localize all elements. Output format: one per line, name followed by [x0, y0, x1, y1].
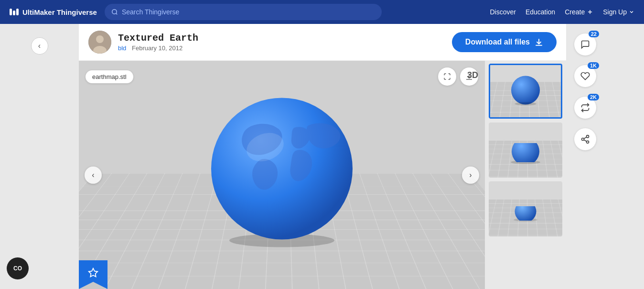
plus-icon — [587, 9, 593, 15]
svg-point-15 — [515, 102, 537, 105]
download-icon — [535, 38, 543, 46]
search-bar[interactable] — [105, 4, 382, 20]
viewer-3d-label: 3D — [467, 70, 478, 80]
svg-line-25 — [584, 140, 587, 141]
viewer-overlay-top: earthmap.stl — [86, 67, 478, 86]
svg-point-0 — [112, 10, 117, 14]
logo-icon — [10, 9, 19, 15]
nav-create-label: Create — [565, 8, 585, 16]
nav-signup[interactable]: Sign Up — [603, 8, 634, 16]
left-nav: ‹ — [0, 24, 79, 289]
fullscreen-icon — [443, 73, 451, 80]
chevron-down-icon — [629, 9, 634, 15]
like-action: 1K — [574, 65, 596, 87]
svg-point-14 — [511, 76, 540, 104]
nav-links: Discover Education Create Sign Up — [490, 8, 634, 16]
center-content: Textured Earth bld February 10, 2012 Dow… — [79, 24, 566, 289]
bookmark-tab[interactable] — [79, 260, 107, 289]
nav-education[interactable]: Education — [526, 8, 555, 16]
like-badge: 1K — [588, 62, 599, 69]
svg-point-21 — [515, 200, 537, 222]
download-all-button[interactable]: Download all files — [452, 32, 557, 52]
logo[interactable]: UltiMaker Thingiverse — [10, 8, 97, 16]
comment-action: 22 — [574, 33, 596, 56]
item-meta: bld February 10, 2012 — [118, 44, 445, 52]
viewer-row: earthmap.stl — [79, 61, 566, 289]
svg-line-26 — [584, 137, 587, 138]
thumbnail-sidebar — [485, 61, 566, 289]
thumbnail-2[interactable] — [489, 122, 562, 178]
remix-action: 2K — [574, 97, 596, 119]
navbar: UltiMaker Thingiverse Discover Education… — [0, 0, 644, 24]
svg-point-22 — [587, 135, 589, 138]
remix-icon — [580, 103, 590, 112]
item-author[interactable]: bld — [118, 44, 126, 52]
item-header: Textured Earth bld February 10, 2012 Dow… — [79, 24, 566, 61]
prev-arrow[interactable]: ‹ — [85, 167, 102, 184]
main-container: ‹ Textured Earth bld February 10, 2012 — [0, 24, 644, 289]
item-date: February 10, 2012 — [132, 44, 182, 52]
user-avatar[interactable]: CO — [7, 257, 29, 279]
nav-signup-label: Sign Up — [603, 8, 627, 16]
svg-point-10 — [211, 98, 353, 239]
share-action — [574, 128, 596, 150]
nav-discover[interactable]: Discover — [490, 8, 515, 16]
next-arrow[interactable]: › — [462, 167, 479, 184]
download-btn-label: Download all files — [465, 38, 530, 46]
share-button[interactable] — [574, 128, 596, 150]
thumbnail-3[interactable] — [489, 181, 562, 236]
comment-icon — [580, 40, 590, 49]
comment-badge: 22 — [589, 31, 599, 37]
thumbnail-1[interactable] — [489, 64, 562, 119]
viewer-3d: earthmap.stl — [79, 61, 485, 289]
search-input[interactable] — [122, 8, 375, 16]
remix-badge: 2K — [588, 94, 599, 100]
svg-marker-13 — [89, 268, 97, 277]
svg-point-23 — [582, 138, 584, 141]
globe-model — [205, 94, 358, 249]
heart-icon — [580, 71, 590, 81]
bookmark-area — [79, 260, 107, 289]
item-title: Textured Earth — [118, 33, 445, 44]
svg-point-18 — [512, 137, 539, 165]
avatar — [88, 31, 111, 54]
svg-point-24 — [587, 141, 589, 143]
svg-line-1 — [116, 13, 118, 15]
search-icon — [111, 9, 118, 15]
filename-badge: earthmap.stl — [86, 70, 133, 83]
nav-create[interactable]: Create — [565, 8, 593, 16]
item-info: Textured Earth bld February 10, 2012 — [118, 33, 445, 52]
share-icon — [580, 134, 590, 144]
logo-text: UltiMaker Thingiverse — [22, 8, 97, 16]
right-sidebar: 22 1K 2K — [566, 24, 604, 289]
fullscreen-button[interactable] — [438, 67, 456, 86]
back-button[interactable]: ‹ — [31, 37, 48, 55]
svg-point-5 — [96, 35, 104, 43]
star-icon — [88, 267, 98, 278]
